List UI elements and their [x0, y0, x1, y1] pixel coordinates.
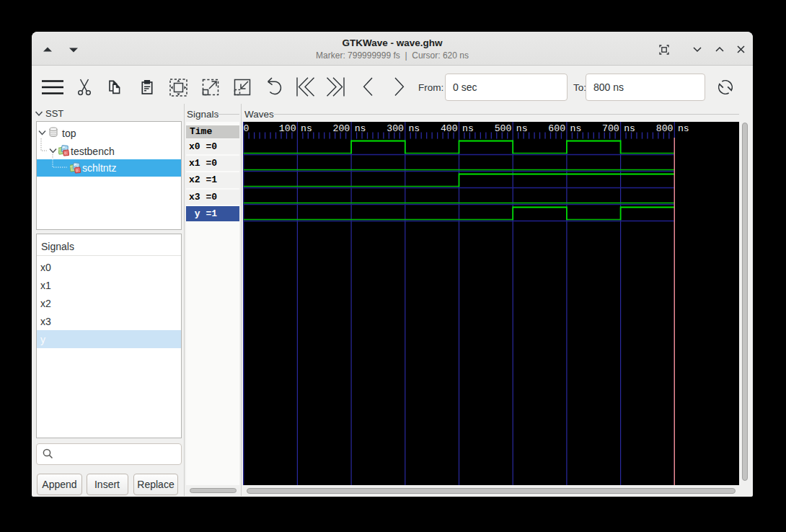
svg-text:ns: ns [408, 123, 420, 133]
svg-text:400: 400 [441, 123, 458, 133]
svg-text:100: 100 [279, 123, 296, 133]
svg-text:0: 0 [243, 123, 249, 133]
svg-text:500: 500 [495, 123, 512, 133]
svg-text:600: 600 [548, 123, 565, 133]
svg-text:300: 300 [387, 123, 404, 133]
svg-text:ns: ns [301, 123, 312, 133]
svg-text:ns: ns [678, 123, 689, 133]
svg-text:800: 800 [656, 123, 674, 133]
svg-text:ns: ns [570, 123, 582, 133]
svg-text:200: 200 [333, 123, 350, 133]
svg-text:ns: ns [355, 123, 366, 133]
svg-text:ns: ns [462, 123, 474, 133]
svg-text:ns: ns [624, 123, 635, 133]
svg-text:700: 700 [602, 123, 619, 133]
svg-text:ns: ns [516, 123, 528, 133]
